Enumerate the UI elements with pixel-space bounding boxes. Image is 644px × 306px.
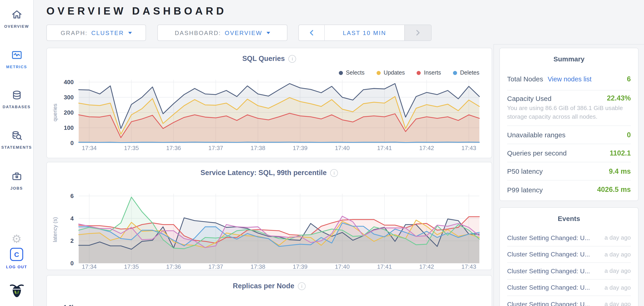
event-text: Cluster Setting Changed: U... <box>507 267 590 275</box>
summary-row-p99-latency: P99 latency 4026.5 ms <box>507 180 631 199</box>
summary-title: Summary <box>500 48 638 63</box>
graph-scope-dropdown[interactable]: GRAPH: CLUSTER <box>46 24 146 41</box>
svg-text:17:35: 17:35 <box>124 144 139 152</box>
event-time: a day ago <box>604 234 631 241</box>
info-icon[interactable]: i <box>288 55 296 62</box>
svg-text:200: 200 <box>64 109 74 116</box>
svg-text:17:36: 17:36 <box>166 144 181 152</box>
cockroach-logo-icon <box>8 281 25 301</box>
sidebar-item-metrics[interactable]: METRICS <box>0 49 33 69</box>
svg-text:2: 2 <box>70 237 74 244</box>
time-range-control: LAST 10 MIN <box>298 24 432 41</box>
view-nodes-list-link[interactable]: View nodes list <box>548 75 592 82</box>
info-icon[interactable]: i <box>298 282 306 290</box>
svg-text:17:36: 17:36 <box>166 263 181 270</box>
legend-item-updates[interactable]: Updates <box>376 70 405 76</box>
chevron-down-icon <box>266 32 270 34</box>
time-range-next-button[interactable] <box>404 25 431 40</box>
page-title: OVERVIEW DASHBOARD <box>46 5 227 17</box>
service-latency-panel: Service Latency: SQL, 99th percentile i … <box>46 162 492 270</box>
summary-label: Capacity Used <box>507 94 552 102</box>
summary-row-capacity-used: Capacity Used 22.43% You are using 86.6 … <box>507 90 631 126</box>
time-range-prev-button[interactable] <box>299 25 325 40</box>
dashboard-dropdown-value: OVERVIEW <box>225 29 262 36</box>
event-row: Cluster Setting Changed: U... a day ago <box>507 263 631 280</box>
legend-label: Selects <box>346 70 364 76</box>
service-latency-chart: 17:3417:3517:3617:3717:3817:3917:4017:41… <box>47 192 492 270</box>
time-range-value[interactable]: LAST 10 MIN <box>325 29 404 36</box>
summary-value: 9.4 ms <box>609 167 631 175</box>
sidebar-item-overview[interactable]: OVERVIEW <box>0 9 33 29</box>
home-icon <box>11 9 22 22</box>
sidebar-item-databases[interactable]: DATABASES <box>0 89 33 109</box>
event-text: Cluster Setting Changed: U... <box>507 300 590 306</box>
event-text: Cluster Setting Changed: U... <box>507 284 590 291</box>
dashboard-dropdown[interactable]: DASHBOARD: OVERVIEW <box>157 24 288 41</box>
sidebar-item-label: METRICS <box>0 64 33 69</box>
sidebar-item-statements[interactable]: STATEMENTS <box>0 130 33 150</box>
chevron-left-icon <box>309 30 314 36</box>
sidebar-item-label: DATABASES <box>0 104 33 109</box>
sql-queries-chart: 17:3417:3517:3617:3717:3817:3917:4017:41… <box>47 77 492 159</box>
event-row: Cluster Setting Changed: U... a day ago <box>507 280 631 296</box>
capacity-subtext: You are using 86.6 GiB of 386.1 GiB usab… <box>507 104 631 121</box>
statements-icon <box>11 130 22 143</box>
graph-dropdown-value: CLUSTER <box>92 29 124 36</box>
svg-text:17:35: 17:35 <box>124 263 139 270</box>
svg-text:17:40: 17:40 <box>335 144 350 152</box>
graph-dropdown-label: GRAPH: <box>61 29 88 36</box>
legend-dot <box>453 71 457 75</box>
sidebar: OVERVIEW METRICS DATABASES <box>0 0 34 306</box>
logout-button[interactable]: C LOG OUT <box>0 248 33 269</box>
app-root: OVERVIEW METRICS DATABASES <box>0 0 644 306</box>
legend-item-deletes[interactable]: Deletes <box>453 70 479 76</box>
legend-dot <box>416 71 421 75</box>
sidebar-item-label: OVERVIEW <box>0 24 33 29</box>
svg-text:17:34: 17:34 <box>82 263 97 270</box>
svg-text:6: 6 <box>70 192 74 200</box>
legend-label: Deletes <box>460 70 479 76</box>
summary-label: P50 latency <box>507 167 543 175</box>
events-card: Events Cluster Setting Changed: U... a d… <box>499 207 638 306</box>
svg-text:17:38: 17:38 <box>250 144 266 152</box>
logout-monogram-icon: C <box>10 248 23 261</box>
legend-dot <box>338 71 343 75</box>
svg-text:17:41: 17:41 <box>377 263 392 270</box>
chart-title: SQL Queries <box>242 54 285 63</box>
svg-text:17:40: 17:40 <box>335 263 350 270</box>
svg-text:100: 100 <box>64 124 74 131</box>
metrics-icon <box>11 49 22 63</box>
summary-label: Total Nodes <box>507 75 543 83</box>
svg-text:17:37: 17:37 <box>208 144 223 152</box>
legend-item-selects[interactable]: Selects <box>338 70 364 76</box>
summary-row-queries-per-second: Queries per second 1102.1 <box>507 144 631 162</box>
sql-queries-panel: SQL Queries i Selects Updates Inserts De… <box>46 48 492 158</box>
cockroach-logo[interactable] <box>0 281 33 301</box>
svg-text:0: 0 <box>70 140 74 146</box>
databases-icon <box>11 89 22 103</box>
legend-item-inserts[interactable]: Inserts <box>416 70 441 76</box>
summary-value: 6 <box>627 75 631 83</box>
svg-text:17:37: 17:37 <box>208 263 223 270</box>
chart-title: Service Latency: SQL, 99th percentile <box>200 169 327 177</box>
svg-text:17:42: 17:42 <box>419 263 434 270</box>
svg-text:queries: queries <box>52 104 58 122</box>
event-text: Cluster Setting Changed: U... <box>507 234 590 242</box>
chart-legend: Selects Updates Inserts Deletes <box>338 70 479 76</box>
dashboard-dropdown-label: DASHBOARD: <box>175 29 221 36</box>
chart-title: Replicas per Node <box>233 282 294 290</box>
svg-text:17:38: 17:38 <box>250 263 266 270</box>
sidebar-item-jobs[interactable]: JOBS <box>0 170 33 190</box>
replicas-per-node-panel: Replicas per Node i 1.6k <box>46 275 492 306</box>
info-icon[interactable]: i <box>330 169 338 177</box>
summary-value: 22.43% <box>607 94 631 102</box>
jobs-icon <box>11 170 22 184</box>
svg-text:17:43: 17:43 <box>462 144 476 152</box>
event-text: Cluster Setting Changed: U... <box>507 251 590 258</box>
svg-text:17:43: 17:43 <box>462 263 476 270</box>
svg-text:17:39: 17:39 <box>293 263 308 270</box>
svg-text:4: 4 <box>70 215 74 222</box>
events-title: Events <box>500 208 638 222</box>
event-row: Cluster Setting Changed: U... a day ago <box>507 296 631 306</box>
settings-gear-icon[interactable]: ⚙ <box>0 233 33 244</box>
